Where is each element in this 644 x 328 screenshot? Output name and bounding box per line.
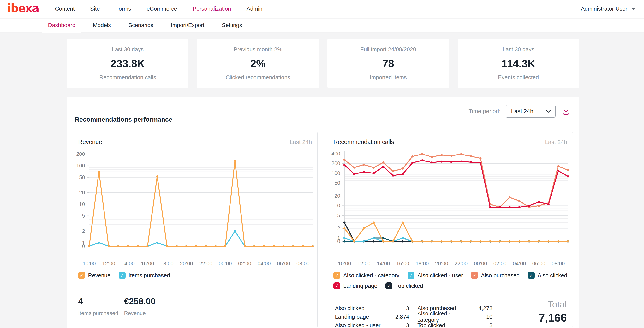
stat-label: Recommendation calls (99, 74, 156, 81)
svg-text:14:00: 14:00 (377, 261, 390, 267)
legend-label: Also clicked - category (343, 272, 400, 279)
tab-dashboard[interactable]: Dashboard (48, 22, 76, 28)
stat-period: Previous month 2% (234, 46, 282, 53)
stat-value: 2% (250, 57, 266, 70)
summary-value: 3 (386, 322, 409, 328)
svg-text:5: 5 (82, 213, 85, 219)
nav-item-site[interactable]: Site (90, 5, 100, 12)
legend-checkbox-icon[interactable]: ✓ (78, 272, 85, 279)
legend-item[interactable]: ✓Landing page (334, 282, 377, 289)
user-menu[interactable]: Administrator User (581, 5, 635, 12)
svg-text:400: 400 (332, 151, 340, 157)
svg-text:12:00: 12:00 (358, 261, 370, 267)
legend-checkbox-icon[interactable]: ✓ (334, 272, 340, 279)
summary-value: 10 (473, 314, 492, 320)
personalization-dashboard: ibexa Content Site Forms eCommerce Perso… (0, 0, 644, 328)
total-label: Total (539, 299, 567, 310)
main-nav: Content Site Forms eCommerce Personaliza… (55, 5, 262, 12)
time-period-label: Time period: (468, 108, 500, 114)
total-block: Total 7,166 (539, 299, 567, 324)
nav-item-ecommerce[interactable]: eCommerce (147, 5, 177, 12)
recommendation-calls-summary-table: Also clicked 3 Also purchased 4,273 Land… (335, 304, 492, 328)
chart-title: Recommendation calls (334, 138, 394, 145)
tab-scenarios[interactable]: Scenarios (128, 22, 153, 28)
recommendations-performance-panel: Recommendations performance Time period:… (67, 97, 579, 328)
tab-settings[interactable]: Settings (222, 22, 242, 28)
recommendation-calls-line-chart: 012510205010020040010:0012:0014:0016:001… (328, 149, 573, 272)
svg-text:18:00: 18:00 (416, 261, 429, 267)
svg-text:08:00: 08:00 (296, 261, 310, 267)
revenue-chart-card: Revenue Last 24h 012510205010020010:0012… (72, 132, 318, 327)
select-chevron-down-icon (546, 110, 551, 113)
time-period-value: Last 24h (511, 108, 533, 114)
tab-models[interactable]: Models (93, 22, 111, 28)
summary-value: 2,874 (386, 314, 409, 320)
svg-text:18:00: 18:00 (160, 261, 174, 267)
svg-text:14:00: 14:00 (122, 261, 135, 267)
svg-text:2: 2 (337, 226, 340, 231)
chart-period: Last 24h (545, 139, 567, 145)
legend-item[interactable]: ✓Also purchased (471, 272, 520, 279)
svg-text:02:00: 02:00 (238, 261, 251, 267)
stat-cards-row: Last 30 days 233.8K Recommendation calls… (67, 39, 579, 88)
top-nav-bar: ibexa Content Site Forms eCommerce Perso… (0, 0, 644, 18)
legend-item[interactable]: ✓Also clicked (528, 272, 567, 279)
stat-value: 233.8K (110, 57, 145, 70)
svg-text:200: 200 (76, 151, 85, 157)
nav-item-forms[interactable]: Forms (115, 5, 131, 12)
table-row: Also clicked - user 3 Top clicked 3 (335, 321, 492, 328)
summary-value: 4,273 (473, 305, 492, 312)
svg-text:2: 2 (82, 228, 85, 234)
legend-checkbox-icon[interactable]: ✓ (471, 272, 478, 279)
svg-text:00:00: 00:00 (474, 261, 487, 267)
stat-card-imported-items: Full import 24/08/2020 78 Imported items (328, 39, 449, 88)
revenue-total: €258.00 Revenue (124, 296, 158, 317)
download-icon (561, 106, 571, 116)
svg-text:08:00: 08:00 (552, 261, 565, 267)
legend-checkbox-icon[interactable]: ✓ (334, 282, 340, 289)
svg-text:02:00: 02:00 (494, 261, 506, 267)
chart-title: Revenue (78, 138, 102, 145)
ibexa-logo[interactable]: ibexa (7, 3, 42, 15)
legend-label: Top clicked (395, 283, 423, 289)
svg-text:100: 100 (76, 163, 85, 169)
stat-label: Events collected (498, 74, 539, 81)
legend-item[interactable]: ✓Also clicked - user (408, 272, 463, 279)
legend-label: Also purchased (481, 272, 520, 279)
legend-item[interactable]: ✓Revenue (78, 272, 110, 279)
svg-text:10: 10 (334, 203, 340, 209)
summary-value: 3 (473, 322, 492, 328)
svg-text:20:00: 20:00 (435, 261, 448, 267)
svg-text:100: 100 (332, 170, 340, 176)
legend-checkbox-icon[interactable]: ✓ (408, 272, 414, 279)
time-period-select[interactable]: Last 24h (506, 105, 556, 118)
svg-text:20:00: 20:00 (180, 261, 193, 267)
total-value: 7,166 (539, 311, 567, 324)
stat-label: Clicked recommendations (226, 74, 290, 81)
personalization-sub-nav: Dashboard Models Scenarios Import/Export… (0, 19, 644, 31)
svg-text:22:00: 22:00 (199, 261, 212, 267)
chart-period: Last 24h (290, 139, 312, 145)
items-purchased-value: 4 (78, 296, 118, 306)
legend-checkbox-icon[interactable]: ✓ (118, 272, 126, 279)
svg-text:06:00: 06:00 (532, 261, 546, 267)
nav-item-admin[interactable]: Admin (246, 5, 262, 12)
stat-label: Imported items (370, 74, 407, 81)
tab-import-export[interactable]: Import/Export (171, 22, 204, 28)
legend-item[interactable]: ✓Top clicked (386, 282, 423, 289)
legend-item[interactable]: ✓Also clicked - category (334, 272, 400, 279)
legend-label: Also clicked (538, 272, 567, 279)
legend-item[interactable]: ✓Items purchased (118, 272, 170, 279)
legend-checkbox-icon[interactable]: ✓ (386, 282, 392, 289)
svg-text:04:00: 04:00 (513, 261, 526, 267)
svg-text:20: 20 (334, 193, 340, 199)
nav-item-personalization[interactable]: Personalization (193, 5, 231, 12)
nav-item-content[interactable]: Content (55, 5, 75, 12)
svg-text:06:00: 06:00 (277, 261, 290, 267)
legend-checkbox-icon[interactable]: ✓ (528, 272, 535, 279)
stat-period: Last 30 days (502, 46, 534, 53)
svg-text:50: 50 (79, 174, 85, 180)
stat-period: Full import 24/08/2020 (360, 46, 416, 53)
download-report-button[interactable] (560, 106, 572, 117)
svg-text:50: 50 (334, 180, 340, 186)
